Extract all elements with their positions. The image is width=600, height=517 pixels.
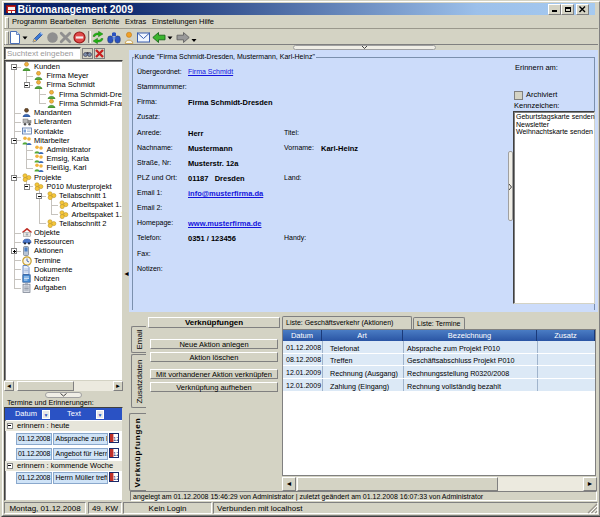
svg-text:12: 12 [113, 451, 119, 457]
svg-text:12: 12 [113, 436, 119, 442]
svg-text:12: 12 [113, 475, 119, 481]
